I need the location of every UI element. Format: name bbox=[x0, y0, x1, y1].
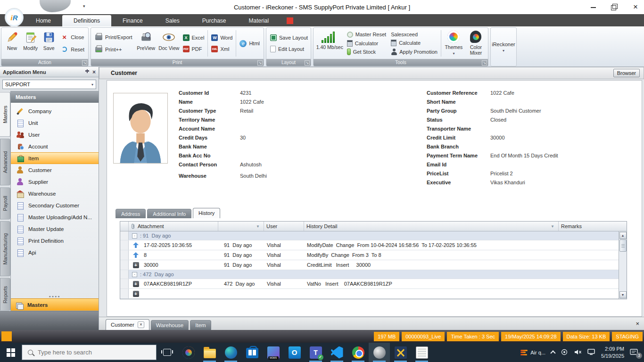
sidebar-item-customer[interactable]: Customer bbox=[11, 164, 99, 176]
doc-view-button[interactable]: Doc View bbox=[157, 29, 181, 58]
masters-bottom-button[interactable]: Masters bbox=[11, 298, 99, 311]
taskbar-edge[interactable] bbox=[220, 343, 241, 362]
modify-button[interactable]: Modify bbox=[21, 29, 40, 58]
xml-button[interactable]: XML Xml bbox=[210, 45, 234, 53]
column-age[interactable]: ▼ bbox=[218, 222, 264, 231]
sidebar-item-user[interactable]: User bbox=[11, 129, 99, 140]
taskbar-ireckoner-active[interactable] bbox=[369, 343, 390, 362]
sidebar-item-secondary-customer[interactable]: Secondary Customer bbox=[11, 199, 99, 211]
history-row[interactable]: + 07AAKCB9819R1ZP 472 Day ago Vishal Vat… bbox=[120, 279, 619, 289]
master-reset-button[interactable]: Master Reset bbox=[346, 31, 388, 38]
tab-address[interactable]: Address bbox=[116, 209, 146, 218]
apply-promotion-button[interactable]: Apply Promotion bbox=[389, 48, 439, 56]
tab-purchase[interactable]: Purchase bbox=[191, 15, 238, 26]
scrollbar-thumb[interactable] bbox=[619, 239, 627, 252]
get-stock-button[interactable]: Get Stock bbox=[346, 48, 388, 56]
dialog-launcher-icon[interactable]: ↘ bbox=[82, 60, 87, 66]
minimize-button[interactable] bbox=[590, 4, 597, 10]
browser-button[interactable]: Browser bbox=[613, 69, 640, 77]
taskbar-copilot[interactable] bbox=[178, 343, 199, 362]
themes-button[interactable]: Themes ▾ bbox=[442, 29, 465, 58]
group-row[interactable]: - : 472 Day ago bbox=[120, 270, 619, 279]
new-button[interactable]: New bbox=[3, 29, 21, 58]
tab-finance[interactable]: Finance bbox=[111, 15, 154, 26]
sidebar-item-print-definition[interactable]: Print Definition bbox=[11, 235, 99, 247]
tab-history[interactable]: History bbox=[193, 208, 220, 218]
support-dropdown[interactable]: SUPPORT ▾ bbox=[2, 80, 96, 89]
sidebar-item-master-uploading[interactable]: Master Uploading/Add N... bbox=[11, 211, 99, 223]
close-all-tabs-icon[interactable]: × bbox=[636, 320, 639, 327]
quick-access-dropdown-icon[interactable]: ▾ bbox=[83, 4, 85, 8]
doc-tab-item[interactable]: Item bbox=[190, 320, 211, 330]
grid-vertical-scrollbar[interactable]: ▲ ▼ bbox=[619, 231, 627, 299]
vtab-masters[interactable]: Masters bbox=[0, 92, 10, 137]
taskbar-teams[interactable]: T✓ bbox=[305, 343, 326, 362]
dialog-launcher-icon[interactable]: ↘ bbox=[257, 60, 263, 66]
sidebar-item-master-update[interactable]: Master Update bbox=[11, 223, 99, 235]
search-input[interactable] bbox=[38, 349, 141, 356]
group-row[interactable]: - : 91 Day ago bbox=[120, 231, 619, 240]
close-tab-icon[interactable]: × bbox=[138, 321, 144, 328]
word-button[interactable]: W Word bbox=[210, 34, 234, 41]
calculator-button[interactable]: Calculator bbox=[346, 40, 388, 47]
print-export-button[interactable]: Print/Export bbox=[93, 33, 133, 41]
pdf-button[interactable]: PDF PDF bbox=[182, 45, 206, 53]
taskbar-vscode[interactable] bbox=[326, 343, 347, 362]
task-view-button[interactable] bbox=[157, 343, 178, 362]
taskbar-ssms[interactable] bbox=[390, 343, 411, 362]
pin-icon[interactable] bbox=[85, 69, 90, 75]
notification-center-button[interactable]: 3 bbox=[630, 348, 640, 357]
taskbar-outlook[interactable]: O bbox=[284, 343, 305, 362]
column-history-detail[interactable]: History Detail ▼ bbox=[304, 222, 559, 231]
taskbar-clock[interactable]: 2:09 PM 5/19/2025 bbox=[601, 346, 624, 359]
reset-button[interactable]: Reset bbox=[59, 45, 86, 54]
tab-additional-info[interactable]: Additional Info bbox=[147, 209, 191, 218]
sidebar-item-account[interactable]: Account bbox=[11, 140, 99, 152]
close-window-button[interactable]: × bbox=[632, 4, 639, 10]
start-button[interactable] bbox=[0, 343, 22, 362]
sidebar-item-item[interactable]: Item bbox=[11, 152, 99, 164]
edit-layout-button[interactable]: Edit Layout bbox=[269, 45, 309, 53]
vtab-manufacturing[interactable]: Manufacturing bbox=[0, 221, 10, 276]
filter-icon[interactable]: ▼ bbox=[256, 224, 261, 229]
save-button[interactable]: Save bbox=[40, 29, 58, 58]
network-icon[interactable] bbox=[587, 349, 595, 356]
taskbar-search[interactable] bbox=[22, 345, 157, 360]
scroll-up-icon[interactable]: ▲ bbox=[619, 232, 627, 239]
ireckoner-menu-button[interactable]: iReckoner ▾ bbox=[490, 27, 517, 66]
sidebar-splitter-handle[interactable]: ●●●● bbox=[11, 294, 99, 298]
taskbar-notepad[interactable] bbox=[411, 343, 432, 362]
close-button[interactable]: × Close bbox=[59, 33, 86, 41]
calculate-button[interactable]: Calculate bbox=[389, 39, 439, 47]
sidebar-item-warehouse[interactable]: Warehouse bbox=[11, 188, 99, 199]
tab-sales[interactable]: Sales bbox=[154, 15, 191, 26]
sidebar-item-unit[interactable]: Unit bbox=[11, 117, 99, 129]
save-layout-button[interactable]: Save Layout bbox=[269, 34, 309, 41]
vtab-payroll[interactable]: Payroll bbox=[0, 188, 10, 220]
column-user[interactable]: User bbox=[264, 222, 304, 231]
excel-button[interactable]: X Excel bbox=[182, 34, 206, 41]
taskbar-m365[interactable]: M365 bbox=[263, 343, 284, 362]
history-row[interactable]: 17-02-2025 10:36:55 91 Day ago Vishal Mo… bbox=[120, 240, 619, 250]
vtab-advanced[interactable]: Advanced bbox=[0, 139, 10, 185]
taskbar-chrome[interactable] bbox=[347, 343, 369, 362]
column-remarks[interactable]: Remarks bbox=[559, 222, 619, 231]
doc-tab-customer[interactable]: Customer × bbox=[106, 319, 149, 330]
tab-material[interactable]: Material bbox=[237, 15, 280, 26]
print-plus-button[interactable]: Print++ bbox=[93, 45, 133, 54]
filter-icon[interactable]: ▼ bbox=[551, 224, 556, 229]
dialog-launcher-icon[interactable]: ↘ bbox=[482, 60, 487, 66]
tray-expand-icon[interactable] bbox=[550, 350, 555, 355]
history-row[interactable]: 8 91 Day ago Vishal ModifyBy Change From… bbox=[120, 250, 619, 260]
sidebar-item-api[interactable]: Api bbox=[11, 247, 99, 258]
column-attachment[interactable]: Attachment bbox=[129, 222, 218, 231]
salesxceed-button[interactable]: Salesxceed bbox=[389, 31, 439, 38]
volume-muted-icon[interactable] bbox=[574, 349, 582, 356]
taskbar-file-explorer[interactable] bbox=[199, 343, 220, 362]
tab-definitions[interactable]: Definitions bbox=[62, 15, 111, 26]
app-logo[interactable]: iR bbox=[5, 8, 24, 27]
preview-button[interactable]: PreView bbox=[134, 29, 157, 58]
dialog-launcher-icon[interactable]: ↘ bbox=[305, 60, 310, 66]
tab-home[interactable]: Home bbox=[25, 15, 62, 26]
taskbar-store[interactable] bbox=[241, 343, 263, 362]
